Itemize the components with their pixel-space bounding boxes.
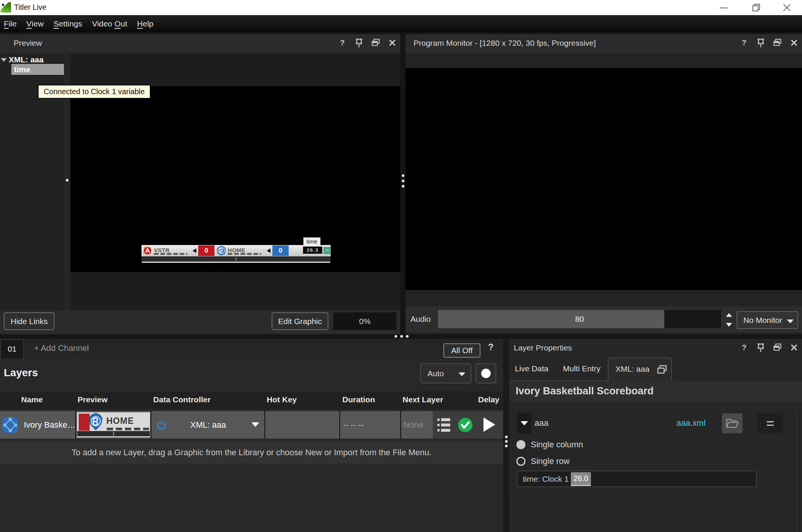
channel-tab-01[interactable]: 01 — [0, 340, 24, 358]
layer-type-icon — [2, 416, 19, 434]
source-file-link[interactable]: aaa.xml — [676, 418, 706, 428]
program-monitor-header[interactable]: Program Monitor - [1280 x 720, 30 fps, P… — [406, 34, 802, 53]
radio-single-column[interactable]: Single column — [516, 440, 583, 450]
layers-hint: To add a new Layer, drag a Graphic from … — [0, 442, 503, 464]
program-monitor-title: Program Monitor - [1280 x 720, 30 fps, P… — [413, 39, 596, 48]
list-icon[interactable] — [437, 418, 451, 432]
scoreboard-underline — [142, 262, 330, 263]
preview-footer: Hide Links Edit Graphic 0% — [0, 310, 400, 334]
tab-xml-aaa[interactable]: XML: aaa — [608, 358, 672, 381]
play-icon[interactable] — [483, 417, 495, 432]
period-strip: 1 — [141, 256, 331, 262]
menu-file[interactable]: File — [0, 15, 20, 32]
float-tab-icon[interactable] — [657, 365, 667, 375]
preview-panel-header[interactable]: Preview ? — [0, 34, 400, 53]
monitor-select-value: No Monitor — [743, 316, 782, 324]
layer-next[interactable]: None — [403, 411, 435, 439]
program-video[interactable] — [406, 68, 802, 290]
tab-live-data[interactable]: Live Data — [515, 364, 549, 373]
all-off-button[interactable]: All Off — [443, 343, 480, 358]
restore-button[interactable] — [744, 0, 768, 15]
close-icon — [782, 3, 791, 12]
thumb-team-name: HOME — [106, 416, 134, 426]
pin-icon[interactable] — [355, 38, 363, 48]
source-expander[interactable] — [517, 413, 532, 434]
panel-splitter-vertical[interactable] — [400, 34, 406, 334]
radio-label: Single column — [529, 440, 583, 450]
radio-single-row[interactable]: Single row — [516, 456, 570, 466]
preview-video[interactable]: VSTR 0 HOME 0 time 26.3 10 1 — [70, 86, 400, 272]
shot-clock: 10 — [323, 247, 330, 254]
app-icon: TL — [1, 2, 11, 12]
browse-folder-button[interactable] — [722, 413, 743, 433]
close-panel-icon[interactable] — [790, 343, 798, 352]
away-score-arrow — [193, 248, 196, 253]
program-header-icons: ? — [740, 38, 798, 48]
power-icon[interactable] — [157, 420, 166, 430]
layer-properties-panel: Layer Properties ? Live Data Multi Entry… — [509, 339, 802, 532]
minimize-button[interactable] — [712, 0, 735, 15]
channel-bar: 01 + Add Channel All Off ? — [0, 339, 503, 358]
float-icon[interactable] — [773, 343, 782, 352]
help-icon[interactable]: ? — [338, 38, 347, 48]
add-channel-button[interactable]: + Add Channel — [34, 343, 89, 353]
layer-mode-select[interactable]: Auto — [420, 363, 471, 383]
preview-panel-title: Preview — [14, 39, 42, 48]
cell-separator — [75, 411, 76, 439]
cell-separator — [400, 411, 401, 439]
panel-splitter-horizontal[interactable] — [0, 334, 802, 339]
menu-settings[interactable]: Settings — [50, 15, 86, 32]
splitter-dot — [505, 436, 508, 438]
props-heading-strip: Ivory Basketball Scoreboard — [509, 381, 802, 402]
tree-item-time[interactable]: time — [11, 64, 65, 75]
layer-properties-header[interactable]: Layer Properties ? — [509, 339, 802, 358]
radio-off-icon — [516, 457, 525, 466]
audio-value: 80 — [438, 310, 721, 328]
monitor-select[interactable]: No Monitor — [737, 311, 798, 329]
data-controller-value[interactable]: XML: aaa — [190, 420, 226, 430]
layer-row[interactable]: Ivory Baske… HOME 1 XML: aaa -- -- -- No… — [0, 411, 503, 439]
help-icon[interactable]: ? — [740, 343, 748, 352]
help-icon[interactable]: ? — [740, 38, 748, 48]
layer-name: Ivory Baske… — [24, 420, 76, 430]
close-button[interactable] — [775, 0, 799, 15]
panel-splitter-vertical[interactable] — [503, 339, 509, 532]
tab-multi-entry[interactable]: Multi Entry — [563, 364, 600, 373]
preview-header-icons: ? — [338, 38, 396, 48]
tree-root-row[interactable]: XML: aaa — [1, 55, 44, 64]
options-button[interactable] — [757, 413, 783, 433]
away-team-logo — [143, 245, 153, 256]
layer-duration[interactable]: -- -- -- — [343, 411, 403, 439]
thumb-home-logo — [89, 413, 103, 430]
audio-stepper[interactable] — [724, 306, 734, 330]
menu-video-out[interactable]: Video Out — [88, 15, 131, 32]
check-icon[interactable] — [458, 417, 473, 433]
column-header-data-controller: Data Controller — [153, 395, 211, 404]
home-name: HOME — [228, 247, 245, 253]
thumb-away-box — [79, 414, 90, 431]
variable-input[interactable]: time: Clock 1 26.0 — [517, 471, 757, 487]
stepper-down-icon[interactable] — [726, 323, 732, 327]
restore-icon — [752, 3, 761, 12]
float-icon[interactable] — [773, 38, 782, 48]
close-panel-icon[interactable] — [388, 38, 396, 48]
menu-bar: FileViewSettingsVideo OutHelp — [0, 15, 802, 32]
close-panel-icon[interactable] — [790, 38, 798, 48]
help-icon[interactable]: ? — [488, 342, 494, 352]
stepper-up-icon[interactable] — [726, 313, 732, 317]
record-icon — [481, 369, 491, 378]
record-button[interactable] — [476, 363, 496, 383]
menu-view[interactable]: View — [23, 15, 48, 32]
float-icon[interactable] — [371, 38, 380, 48]
menu-help[interactable]: Help — [133, 15, 157, 32]
hide-links-button[interactable]: Hide Links — [4, 312, 54, 330]
edit-graphic-button[interactable]: Edit Graphic — [272, 312, 328, 330]
chevron-down-icon — [521, 421, 528, 425]
layers-heading: Layers — [4, 367, 38, 379]
window-title: Titler Live — [14, 3, 47, 12]
source-name: aaa — [535, 418, 549, 428]
tree-expand-icon[interactable] — [1, 58, 7, 62]
pin-icon[interactable] — [757, 38, 765, 48]
pin-icon[interactable] — [757, 343, 765, 352]
audio-slider[interactable]: 80 — [438, 310, 721, 328]
